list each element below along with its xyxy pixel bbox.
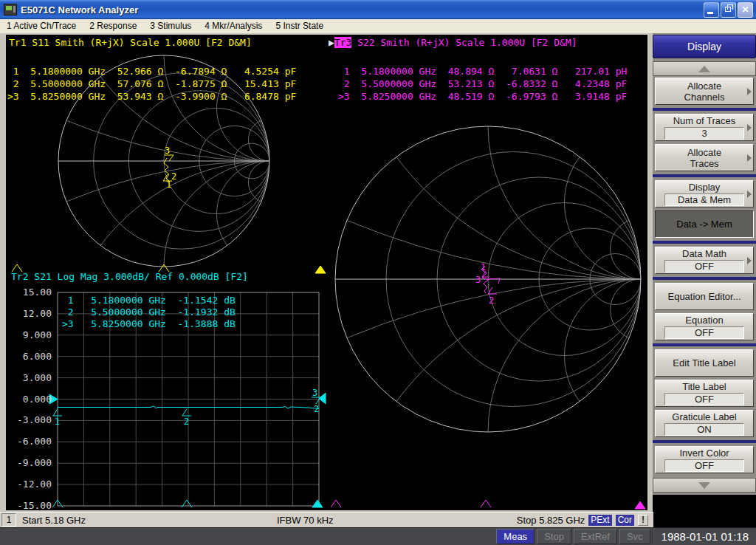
softkey-label: Display [689,182,721,193]
trace2-y-tick: -6.000 [9,436,52,448]
stimulus-status-bar: 1 Start 5.18 GHz IFBW 70 kHz Stop 5.825 … [0,512,653,527]
trace2-marker-table: 1 5.1800000 GHz -1.1542 dB 2 5.5000000 G… [62,295,236,330]
svg-text:2: 2 [489,295,494,306]
softkey-label: Num of Traces [673,115,736,126]
softkey-value: Data & Mem [664,193,744,206]
analyzer-screen[interactable]: 1232321132 Tr1 S11 Smith (R+jX) Scale 1.… [6,35,647,510]
start-frequency-label: Start 5.18 GHz [22,515,86,526]
softkey-label: Traces [690,158,718,169]
softkey-value: OFF [664,326,744,339]
softkey-display[interactable]: DisplayData & Mem [655,180,754,208]
close-button[interactable]: ✕ [738,2,753,18]
softkey-invert-color[interactable]: Invert ColorOFF [655,446,754,473]
svg-text:1: 1 [55,417,60,427]
ifbw-label: IFBW 70 kHz [277,515,334,526]
softkey-label: Allocate [687,147,721,158]
stop-status: Stop [537,529,571,544]
softkey-label: Invert Color [679,448,729,459]
app-window: E5071C Network Analyzer ✕ 1 Active Ch/Tr… [0,0,756,545]
trace3-marker-row: 1 5.1800000 GHz 48.894 Ω 7.0631 Ω 217.01… [338,65,627,78]
trace1-header: Tr1 S11 Smith (R+jX) Scale 1.000U [F2 D&… [9,37,252,48]
trace2-y-tick: -12.00 [9,479,52,490]
softkey-group-separator [653,174,756,177]
restore-button[interactable] [721,2,736,18]
softkey-label: Title Label [682,381,726,392]
softkey-list: AllocateChannelsNum of Traces3AllocateTr… [653,78,756,476]
datetime-display: 1988-01-01 01:18 [653,529,755,544]
trace2-y-tick: 3.000 [9,372,52,384]
softkey-group-separator [653,108,756,111]
stop-frequency-label: Stop 5.825 GHz [517,515,585,526]
active-trace-indicator-icon: ▶ [329,37,334,48]
softkey-title-label[interactable]: Title LabelOFF [655,380,754,407]
trace2-y-tick: 12.00 [9,308,52,320]
trace2-y-tick: 9.000 [9,329,52,341]
trace2-y-tick: 0.000 [9,394,52,405]
main-area: 1232321132 Tr1 S11 Smith (R+jX) Scale 1.… [0,33,756,512]
svc-status: Svc [619,529,650,544]
window-title: E5071C Network Analyzer [21,4,138,16]
softkey-equation[interactable]: EquationOFF [655,313,754,340]
softkey-group-separator [653,277,756,280]
trace3-header: ▶Tr3 S22 Smith (R+jX) Scale 1.000U [F2 D… [329,37,577,48]
minimize-button[interactable] [704,2,719,18]
softkey-data-mem[interactable]: Data -> Mem [655,210,754,238]
softkey-value: OFF [664,260,744,272]
softkey-label: Allocate [687,80,721,92]
trace2-y-tick: -15.00 [9,500,52,512]
softkey-label: Equation Editor... [667,291,740,302]
softkey-graticule-label[interactable]: Graticule LabelON [655,410,754,437]
submenu-arrow-icon [747,154,752,162]
menu-item-4[interactable]: 4 Mkr/Analysis [198,19,269,33]
svg-text:2: 2 [171,171,176,182]
softkey-data-math[interactable]: Data MathOFF [655,247,754,274]
softkey-equation-editor[interactable]: Equation Editor... [655,283,754,310]
softkey-label: Data -> Mem [676,219,732,230]
trace2-marker-row: >3 5.8250000 GHz -1.3888 dB [62,318,236,330]
menu-item-1[interactable]: 1 Active Ch/Trace [0,19,83,33]
softkey-group-separator [653,241,756,244]
trace2-marker-row: 1 5.1800000 GHz -1.1542 dB [62,295,236,306]
submenu-arrow-icon [747,257,752,264]
svg-text:3: 3 [165,145,170,156]
status-right-cluster: Stop 5.825 GHz PExt Cor ! [517,515,648,526]
window-controls: ✕ [704,2,756,18]
softkey-num-of-traces[interactable]: Num of Traces3 [655,114,754,141]
menu-bar: 1 Active Ch/Trace2 Response3 Stimulus4 M… [0,19,756,33]
softkey-value: ON [664,423,744,436]
menu-item-3[interactable]: 3 Stimulus [143,19,198,33]
instrument-status-bar: Meas Stop ExtRef Svc 1988-01-01 01:18 [0,527,756,545]
softkey-label: Edit Title Label [673,357,735,369]
channel-indicator: 1 [1,513,16,527]
softkey-label: Graticule Label [672,411,736,422]
trace1-marker-row: >3 5.8250000 GHz 53.943 Ω -3.9900 Ω 6.84… [7,90,296,103]
restore-icon [725,7,731,12]
svg-text:1: 1 [166,179,171,190]
minimize-icon [707,12,713,14]
softkey-value: OFF [664,459,744,472]
trace3-header-text: S22 Smith (R+jX) Scale 1.000U [F2 D&M] [351,37,577,48]
menu-item-5[interactable]: 5 Instr State [269,19,330,33]
softkey-menu-title: Display [653,35,756,58]
app-icon [4,4,17,16]
title-bar[interactable]: E5071C Network Analyzer ✕ [0,0,756,19]
trace2-y-tick: -9.000 [9,457,52,469]
cor-badge: Cor [616,515,634,526]
arrow-down-icon [698,482,710,489]
trace2-y-tick: -3.000 [9,414,52,426]
meas-status: Meas [496,529,535,544]
status-bar: 1 Start 5.18 GHz IFBW 70 kHz Stop 5.825 … [0,512,756,527]
trace2-y-tick: 6.000 [9,351,52,363]
softkey-allocate[interactable]: AllocateTraces [655,144,754,171]
submenu-arrow-icon [747,191,752,198]
menu-item-2[interactable]: 2 Response [83,19,143,33]
softkey-scroll-up-button[interactable] [653,61,756,76]
softkey-group-separator [653,440,756,443]
softkey-value: OFF [664,393,744,405]
softkey-edit-title-label[interactable]: Edit Title Label [655,349,754,377]
trace2-marker-row: 2 5.5000000 GHz -1.1932 dB [62,306,236,318]
softkey-scroll-down-button[interactable] [653,478,756,493]
submenu-arrow-icon [747,88,752,95]
softkey-value: 3 [664,127,744,140]
softkey-allocate[interactable]: AllocateChannels [655,78,754,105]
